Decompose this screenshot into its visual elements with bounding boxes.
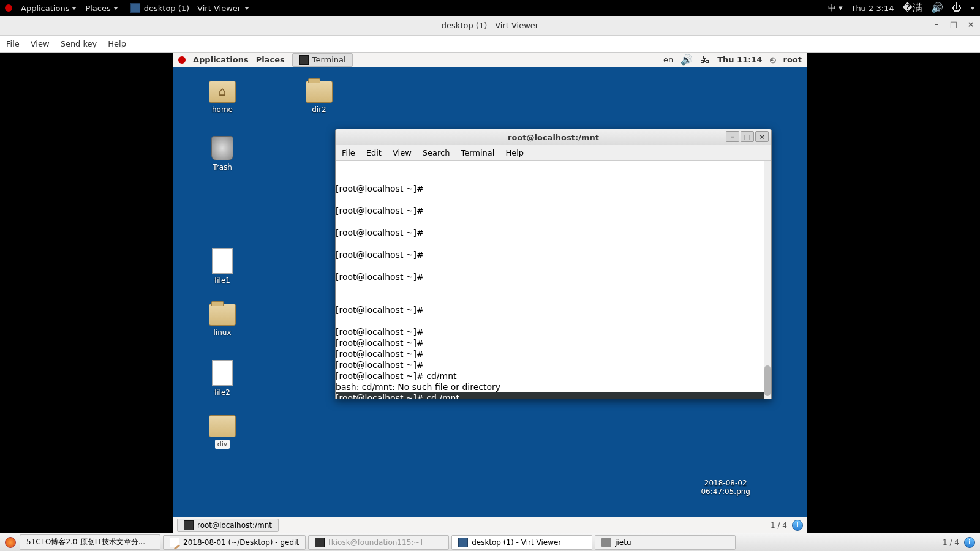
virt-viewer-icon xyxy=(458,538,468,547)
desktop-icon-file1[interactable]: file1 xyxy=(198,248,247,285)
terminal-line: [root@localhost ~]# xyxy=(336,359,771,370)
applications-menu[interactable]: Applications xyxy=(21,4,77,13)
terminal-line xyxy=(336,194,771,205)
task-label: 2018-08-01 (~/Desktop) - gedit xyxy=(183,538,299,547)
panel-active-task[interactable]: desktop (1) - Virt Viewer xyxy=(127,2,253,14)
desktop-icon-file2[interactable]: file2 xyxy=(198,360,247,397)
terminal-line: [root@localhost ~]# xyxy=(336,227,771,238)
desktop-icon-linux[interactable]: linux xyxy=(198,304,247,337)
desktop-icon-div[interactable]: div xyxy=(198,415,247,449)
close-button[interactable]: × xyxy=(755,131,769,142)
terminal-line xyxy=(336,293,771,304)
panel-task-label: desktop (1) - Virt Viewer xyxy=(144,4,241,13)
virt-viewer-icon xyxy=(130,3,140,13)
ime-indicator[interactable]: 中 ▾ xyxy=(828,2,843,13)
maximize-button[interactable]: □ xyxy=(741,131,754,142)
folder-icon xyxy=(209,415,236,437)
icon-label-line2: 06:47:05.png xyxy=(701,487,750,496)
outer-top-panel: Applications Places desktop (1) - Virt V… xyxy=(0,0,980,16)
menu-view[interactable]: View xyxy=(393,148,412,157)
terminal-line: [root@localhost ~]# xyxy=(336,183,771,194)
menu-help[interactable]: Help xyxy=(108,39,126,48)
desktop-icon-dir2[interactable]: dir2 xyxy=(295,81,344,114)
taskbar-item-browser[interactable]: 51CTO博客2.0-原创IT技术文章分... xyxy=(20,534,160,550)
guest-applications-menu[interactable]: Applications xyxy=(193,55,249,64)
volume-icon[interactable]: 🔊 xyxy=(931,3,943,13)
close-button[interactable]: × xyxy=(967,20,975,29)
guest-user[interactable]: root xyxy=(783,55,802,64)
places-menu[interactable]: Places xyxy=(85,4,118,13)
firefox-icon[interactable] xyxy=(5,537,16,548)
outer-bottom-panel: 51CTO博客2.0-原创IT技术文章分... 2018-08-01 (~/De… xyxy=(0,533,980,551)
notification-badge[interactable]: i xyxy=(792,520,803,531)
terminal-line xyxy=(336,216,771,227)
icon-label: file2 xyxy=(198,388,247,397)
scrollbar-thumb[interactable] xyxy=(764,365,771,396)
distro-icon xyxy=(5,4,12,12)
task-label: [kiosk@foundation115:~] xyxy=(328,538,423,547)
folder-icon xyxy=(306,81,333,103)
guest-panel-task[interactable]: Terminal xyxy=(292,53,353,67)
terminal-icon xyxy=(299,55,309,65)
app-icon xyxy=(601,538,611,547)
maximize-button[interactable]: □ xyxy=(949,20,958,29)
file-icon xyxy=(212,360,233,386)
menu-view[interactable]: View xyxy=(31,39,50,48)
scrollbar[interactable] xyxy=(764,161,771,399)
taskbar-item-virt-viewer[interactable]: desktop (1) - Virt Viewer xyxy=(451,535,592,550)
file-icon xyxy=(212,248,233,274)
virt-viewer-menubar: File View Send key Help xyxy=(0,36,980,53)
power-icon[interactable]: ⏻ xyxy=(952,3,962,13)
terminal-line-selected: [root@localhost ~]# cd /mnt xyxy=(336,392,771,399)
terminal-line xyxy=(336,315,771,326)
menu-file[interactable]: File xyxy=(342,148,355,157)
volume-icon[interactable]: 🔊 xyxy=(680,55,693,65)
notification-badge[interactable]: i xyxy=(964,537,975,548)
logout-icon[interactable]: ⎋ xyxy=(770,55,776,65)
guest-screen[interactable]: Applications Places Terminal en 🔊 🖧 Thu … xyxy=(173,53,807,533)
terminal-line: [root@localhost ~]# xyxy=(336,326,771,337)
guest-places-menu[interactable]: Places xyxy=(256,55,285,64)
chevron-down-icon xyxy=(970,7,975,10)
terminal-line: bash: cd/mnt: No such file or directory xyxy=(336,381,771,392)
guest-top-panel: Applications Places Terminal en 🔊 🖧 Thu … xyxy=(173,53,807,67)
minimize-button[interactable]: – xyxy=(726,131,739,142)
wifi-icon[interactable]: �满 xyxy=(903,3,922,13)
terminal-line: [root@localhost ~]# xyxy=(336,304,771,315)
guest-lang-indicator[interactable]: en xyxy=(663,55,673,64)
menu-search[interactable]: Search xyxy=(423,148,450,157)
terminal-body[interactable]: [root@localhost ~]# [root@localhost ~]# … xyxy=(336,161,771,399)
menu-help[interactable]: Help xyxy=(505,148,524,157)
chevron-down-icon xyxy=(72,7,77,10)
guest-clock[interactable]: Thu 11:14 xyxy=(717,55,762,64)
desktop-icon-trash[interactable]: Trash xyxy=(198,136,247,171)
taskbar-item-terminal[interactable]: root@localhost:/mnt xyxy=(177,519,279,532)
clock[interactable]: Thu 2 3:14 xyxy=(851,4,894,13)
terminal-line xyxy=(336,282,771,293)
workspace-indicator[interactable]: 1 / 4 xyxy=(771,521,787,530)
workspace-indicator[interactable]: 1 / 4 xyxy=(943,538,959,547)
task-label: root@localhost:/mnt xyxy=(197,521,272,530)
terminal-titlebar[interactable]: root@localhost:/mnt – □ × xyxy=(336,129,771,145)
terminal-line: [root@localhost ~]# xyxy=(336,337,771,348)
menu-terminal[interactable]: Terminal xyxy=(461,148,494,157)
terminal-line: [root@localhost ~]# xyxy=(336,271,771,282)
terminal-window[interactable]: root@localhost:/mnt – □ × File Edit View… xyxy=(335,129,772,399)
terminal-line xyxy=(336,260,771,271)
network-icon[interactable]: 🖧 xyxy=(700,55,710,65)
menu-file[interactable]: File xyxy=(6,39,20,48)
menu-sendkey[interactable]: Send key xyxy=(61,39,97,48)
minimize-button[interactable]: – xyxy=(932,20,941,29)
taskbar-item-jietu[interactable]: jietu xyxy=(595,535,736,550)
terminal-line: [root@localhost ~]# xyxy=(336,205,771,216)
task-label: 51CTO博客2.0-原创IT技术文章分... xyxy=(26,537,145,547)
taskbar-item-gedit[interactable]: 2018-08-01 (~/Desktop) - gedit xyxy=(163,535,306,550)
taskbar-item-kiosk-terminal[interactable]: [kiosk@foundation115:~] xyxy=(308,535,449,550)
desktop-icon-screenshot[interactable]: 2018-08-02 06:47:05.png xyxy=(701,479,750,496)
window-titlebar[interactable]: desktop (1) - Virt Viewer – □ × xyxy=(0,16,980,36)
desktop-icon-home[interactable]: home xyxy=(198,81,247,114)
terminal-icon xyxy=(184,520,194,530)
guest-desktop[interactable]: home dir2 Trash file1 linux xyxy=(173,67,807,517)
terminal-line: [root@localhost ~]# xyxy=(336,249,771,260)
menu-edit[interactable]: Edit xyxy=(366,148,382,157)
